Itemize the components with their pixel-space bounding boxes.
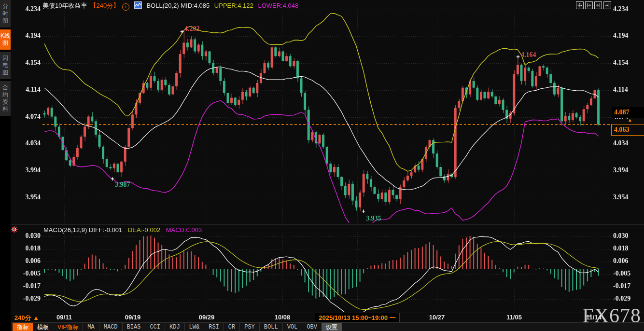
toolbar-item-模板[interactable]: 模板 — [33, 323, 53, 331]
compress-left-icon[interactable] — [585, 1, 593, 9]
sidebar: 分时图K线图闪电图合约资料 — [0, 0, 11, 331]
price-tick-right: 4.194 — [613, 32, 643, 40]
sidebar-tab-3[interactable]: 合约资料 — [0, 81, 11, 116]
extreme-cross-marker: + — [516, 53, 520, 60]
toolbar-item-MA[interactable]: MA — [83, 323, 98, 331]
macd-settings-icon[interactable] — [11, 226, 18, 235]
xaxis-date-label: 10/27 — [429, 314, 445, 321]
sidebar-tab-1[interactable]: K线图 — [0, 29, 11, 50]
instrument-title: 美债10年收益率 — [42, 2, 87, 9]
move-icon[interactable] — [576, 1, 584, 9]
chart-type-icon[interactable] — [134, 1, 142, 9]
extreme-cross-marker: + — [362, 207, 365, 215]
xaxis-date-label: 09/19 — [125, 314, 141, 321]
price-tick-right: 3.954 — [613, 193, 643, 201]
price-tick-right: 4.234 — [613, 5, 643, 13]
main-chart-canvas[interactable] — [0, 0, 644, 331]
macd-tick-right: 0.030 — [613, 232, 643, 240]
extreme-price-label: 3.935 — [366, 215, 381, 222]
toolbar-item-指标[interactable]: 指标 — [13, 323, 33, 331]
chart-toolbar-icons — [576, 1, 611, 9]
macd-header: MACD(26,12,9) DIFF:-0.001 DEA:-0.002 MAC… — [43, 226, 206, 234]
macd-diff-label: MACD(26,12,9) DIFF:-0.001 — [43, 226, 122, 234]
extreme-cross-marker: + — [111, 175, 114, 182]
last-price-box: 4.063 — [611, 124, 644, 136]
price-tick-left: 4.114 — [11, 86, 41, 94]
price-tick-left: 4.074 — [11, 113, 41, 121]
toolbar-item-PSY[interactable]: PSY — [239, 323, 259, 331]
macd-tick-left: 0.018 — [11, 245, 41, 252]
extreme-price-label: 3.987 — [115, 181, 130, 189]
toolbar-item-VOL[interactable]: VOL — [282, 323, 302, 331]
add-indicator-icon[interactable]: + — [122, 3, 129, 11]
macd-tick-right: 0.006 — [613, 257, 643, 265]
bottom-toolbar: 指标模板VIP指标MAMACDBIASCCIKDJLW&RSICRPSYBOLL… — [11, 322, 644, 331]
macd-tick-right: 0.018 — [613, 245, 643, 252]
macd-tick-right: -0.029 — [613, 295, 643, 303]
macd-tick-left: -0.029 — [11, 295, 41, 303]
toolbar-item-设置[interactable]: 设置 — [322, 323, 342, 331]
boll-label: BOLL(20,2) MID:4.085 — [146, 2, 210, 9]
price-tick-right: 4.154 — [613, 59, 643, 67]
price-tick-left: 4.154 — [11, 59, 41, 67]
toolbar-item-CR[interactable]: CR — [224, 323, 239, 331]
app-root: 分时图K线图闪电图合约资料 美债10年收益率【240分】+ BOLL(20,2)… — [0, 0, 644, 331]
macd-dea-label: DEA:-0.002 — [128, 226, 160, 234]
xaxis-date-label: 09/29 — [199, 314, 215, 321]
toolbar-item-MACD[interactable]: MACD — [99, 323, 122, 331]
sidebar-tab-0[interactable]: 分时图 — [0, 0, 11, 28]
extreme-price-label: 4.164 — [521, 51, 536, 59]
compress-right-icon[interactable] — [594, 1, 602, 9]
toolbar-item-CCI[interactable]: CCI — [145, 323, 165, 331]
price-tick-right: 4.114 — [613, 86, 643, 94]
xaxis-date-label: 09/11 — [56, 314, 72, 321]
price-tick-left: 4.034 — [11, 139, 41, 147]
period-tag: 【240分】 — [90, 2, 119, 9]
toolbar-item-VIP指标[interactable]: VIP指标 — [53, 323, 83, 331]
macd-tick-left: -0.017 — [11, 282, 41, 290]
extreme-price-label: 4.202 — [184, 25, 200, 33]
xaxis-row: 240分 ▲ 09/1109/1909/2910/0810/2711/0511/… — [0, 313, 644, 322]
toolbar-item-BIAS[interactable]: BIAS — [122, 323, 145, 331]
price-up-arrow-icon: ▲ — [628, 117, 632, 123]
toolbar-item-LW&[interactable]: LW& — [184, 323, 204, 331]
extreme-cross-marker: + — [180, 28, 184, 35]
boll-upper-label: UPPER:4.122 — [214, 2, 253, 9]
toolbar-item-OBV[interactable]: OBV — [302, 323, 322, 331]
price-tick-left: 4.194 — [11, 32, 41, 40]
period-selector[interactable]: 240分 ▲ — [14, 314, 39, 322]
price-label-box: 4.087 — [612, 107, 644, 118]
goto-latest-icon[interactable] — [603, 1, 611, 9]
sidebar-tab-2[interactable]: 闪电图 — [0, 52, 11, 79]
macd-tick-left: -0.005 — [11, 270, 41, 277]
macd-tick-right: -0.017 — [613, 282, 643, 290]
xaxis-date-label: 11/05 — [506, 314, 522, 321]
toolbar-item-RSI[interactable]: RSI — [204, 323, 224, 331]
price-tick-right: 3.994 — [613, 166, 643, 174]
price-tick-left: 3.954 — [11, 193, 41, 201]
crosshair-time-readout: 2025/10/13 15:00~19:00 一 — [315, 313, 399, 323]
price-tick-left: 3.994 — [11, 166, 41, 174]
xaxis-date-label: 10/08 — [275, 314, 291, 321]
chart-header: 美债10年收益率【240分】+ BOLL(20,2) MID:4.085 UPP… — [42, 1, 301, 11]
macd-tick-left: 0.006 — [11, 257, 41, 265]
toolbar-item-KDJ[interactable]: KDJ — [165, 323, 184, 331]
toolbar-item-BOLL[interactable]: BOLL — [259, 323, 282, 331]
xaxis-date-label: 11/14 — [586, 314, 602, 321]
macd-tick-right: -0.005 — [613, 270, 643, 277]
price-tick-left: 4.234 — [11, 5, 41, 13]
boll-lower-label: LOWER:4.048 — [258, 2, 298, 9]
price-tick-right: 4.034 — [613, 139, 643, 147]
macd-value-label: MACD:0.003 — [166, 226, 202, 234]
